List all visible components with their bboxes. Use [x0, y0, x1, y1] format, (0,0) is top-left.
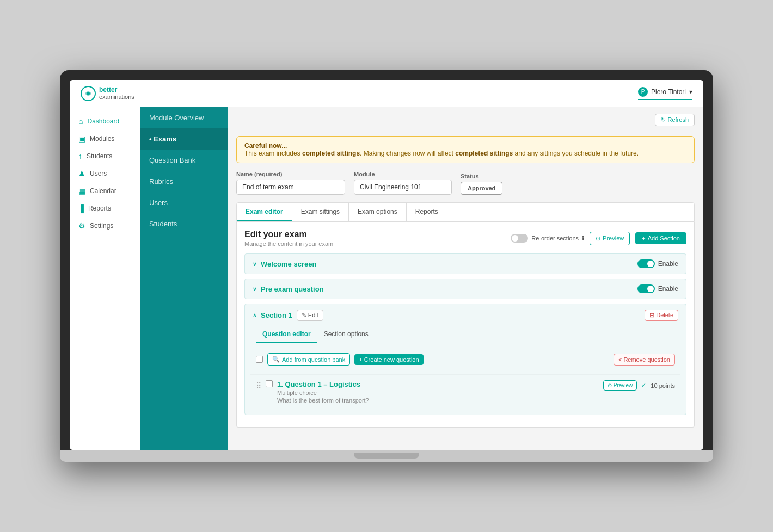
pre-exam-left: ∨ Pre exam question	[253, 285, 324, 293]
create-question-button[interactable]: + Create new question	[354, 354, 423, 365]
top-bar: better examinations P Piero Tintori ▾	[70, 80, 703, 107]
preview-button[interactable]: ⊙ Preview	[590, 232, 630, 245]
sidebar-item-reports[interactable]: ▐ Reports	[70, 200, 140, 217]
points-label: 10 points	[651, 382, 675, 389]
question-left: ⠿ 1. Question 1 – Logistics Multiple cho…	[256, 380, 369, 404]
enable-label: Enable	[658, 260, 678, 268]
section-1-inner-tabs: Question editor Section options	[250, 326, 680, 343]
status-field-group: Status Approved	[461, 173, 502, 195]
remove-question-button[interactable]: < Remove question	[614, 354, 675, 366]
sidebar-label-students: Students	[149, 220, 177, 228]
main-layout: ⌂ Dashboard ▣ Modules ↑ Students ♟ Users	[70, 107, 703, 450]
user-name: Piero Tintori	[651, 88, 686, 96]
name-input[interactable]	[236, 180, 345, 195]
sidebar: Module Overview Exams Question Bank Rubr…	[140, 107, 228, 450]
search-icon: 🔍	[272, 356, 280, 363]
nav-label-modules: Modules	[90, 135, 114, 143]
pre-exam-label: Pre exam question	[261, 285, 324, 293]
nav-label-calendar: Calendar	[90, 187, 116, 195]
question-checkbox[interactable]	[266, 380, 273, 387]
sidebar-module-overview[interactable]: Module Overview	[140, 107, 228, 128]
preview-icon: ⊙	[596, 235, 600, 242]
nav-label-reports: Reports	[88, 205, 111, 212]
sidebar-label-module-overview: Module Overview	[149, 114, 204, 122]
pre-exam-header: ∨ Pre exam question Enable	[245, 279, 686, 299]
logo: better examinations	[81, 86, 134, 101]
user-menu[interactable]: P Piero Tintori ▾	[638, 87, 692, 100]
question-preview-button[interactable]: ⊙ Preview	[603, 380, 637, 391]
pre-exam-section: ∨ Pre exam question Enable	[244, 279, 686, 299]
sidebar-item-dashboard[interactable]: ⌂ Dashboard	[70, 113, 140, 130]
editor-heading: Edit your exam	[244, 230, 333, 239]
question-title: 1. Question 1 – Logistics	[277, 380, 369, 388]
add-from-bank-button[interactable]: 🔍 Add from question bank	[267, 353, 350, 366]
sidebar-rubrics[interactable]: Rubrics	[140, 171, 228, 192]
chevron-down-icon[interactable]: ∨	[253, 286, 256, 292]
sidebar-item-users[interactable]: ♟ Users	[70, 165, 140, 182]
refresh-button[interactable]: ↻ Refresh	[655, 114, 695, 126]
editor-actions: Re-order sections ℹ ⊙ Preview + Add Sect…	[511, 232, 686, 245]
section-1-inner: Question editor Section options	[245, 326, 686, 415]
welcome-screen-left: ∨ Welcome screen	[253, 260, 316, 268]
question-type: Multiple choice	[277, 389, 369, 396]
chevron-up-icon[interactable]: ∧	[253, 312, 256, 318]
welcome-screen-toggle[interactable]	[637, 259, 655, 268]
sidebar-students[interactable]: Students	[140, 213, 228, 234]
left-nav: ⌂ Dashboard ▣ Modules ↑ Students ♟ Users	[70, 107, 140, 450]
drag-handle-icon[interactable]: ⠿	[256, 381, 261, 390]
check-icon: ✓	[641, 382, 646, 389]
preview-sm-icon: ⊙	[608, 382, 612, 388]
reorder-info-icon: ℹ	[582, 235, 584, 242]
sidebar-item-calendar[interactable]: ▦ Calendar	[70, 182, 140, 200]
sidebar-item-students[interactable]: ↑ Students	[70, 147, 140, 165]
name-field-group: Name (required)	[236, 171, 345, 195]
pre-exam-toggle[interactable]	[637, 284, 655, 293]
tab-reports[interactable]: Reports	[407, 203, 447, 221]
tab-exam-editor[interactable]: Exam editor	[237, 203, 292, 221]
module-label: Module	[354, 171, 452, 177]
section-1-left: ∧ Section 1 ✎ Edit	[253, 310, 323, 321]
question-right: ⊙ Preview ✓ 10 points	[603, 380, 675, 391]
section-1-header: ∧ Section 1 ✎ Edit ⊟ Delete	[245, 304, 686, 326]
section-1: ∧ Section 1 ✎ Edit ⊟ Delete	[244, 304, 686, 415]
chevron-down-icon: ▾	[689, 88, 692, 96]
sidebar-users[interactable]: Users	[140, 192, 228, 213]
nav-label-students: Students	[87, 152, 112, 160]
add-section-button[interactable]: + Add Section	[635, 232, 686, 244]
svg-point-1	[87, 92, 90, 95]
calendar-icon: ▦	[78, 187, 85, 195]
tab-exam-options[interactable]: Exam options	[349, 203, 407, 221]
warning-banner: Careful now... This exam includes comple…	[236, 136, 695, 163]
sidebar-question-bank[interactable]: Question Bank	[140, 150, 228, 171]
sidebar-label-exams: Exams	[154, 135, 176, 143]
section-1-delete-button[interactable]: ⊟ Delete	[645, 310, 678, 321]
reorder-toggle-switch[interactable]	[511, 234, 528, 243]
editor-subtitle: Manage the content in your exam	[244, 240, 333, 247]
module-field-group: Module	[354, 171, 452, 195]
sidebar-exams[interactable]: Exams	[140, 128, 228, 150]
chevron-down-icon[interactable]: ∨	[253, 261, 256, 267]
section-1-edit-button[interactable]: ✎ Edit	[297, 310, 323, 321]
sidebar-label-users: Users	[149, 199, 168, 207]
logo-top: better	[99, 86, 134, 94]
status-label: Status	[461, 173, 502, 180]
logo-bottom: examinations	[99, 94, 134, 100]
tab-question-editor[interactable]: Question editor	[256, 326, 317, 343]
nav-label-dashboard: Dashboard	[87, 117, 119, 125]
section-1-right: ⊟ Delete	[645, 310, 678, 321]
exam-tabs: Exam editor Exam sittings Exam options R…	[236, 202, 695, 222]
module-input[interactable]	[354, 180, 452, 195]
tab-section-options[interactable]: Section options	[317, 326, 375, 343]
pre-exam-right: Enable	[637, 284, 678, 293]
welcome-screen-label: Welcome screen	[261, 260, 316, 268]
select-all-checkbox[interactable]	[256, 356, 263, 363]
sidebar-item-modules[interactable]: ▣ Modules	[70, 130, 140, 147]
content-area: ↻ Refresh Careful now... This exam inclu…	[228, 107, 703, 450]
tab-exam-sittings[interactable]: Exam sittings	[292, 203, 349, 221]
sidebar-item-settings[interactable]: ⚙ Settings	[70, 217, 140, 234]
exam-form: Name (required) Module Status Approved	[236, 171, 695, 195]
nav-label-users: Users	[90, 170, 107, 177]
sidebar-label-question-bank: Question Bank	[149, 156, 195, 164]
enable-label-pre: Enable	[658, 285, 678, 293]
students-icon: ↑	[78, 152, 82, 160]
